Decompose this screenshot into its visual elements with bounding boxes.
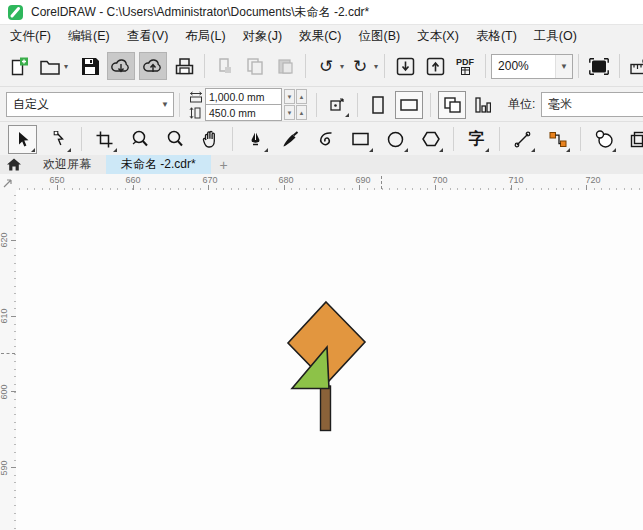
ruler-origin-corner[interactable] bbox=[0, 174, 16, 191]
zoom-out-tool[interactable] bbox=[161, 126, 188, 153]
pick-tool[interactable] bbox=[8, 125, 37, 154]
window-title: CorelDRAW - C:\Users\Administrator\Docum… bbox=[31, 4, 369, 21]
paintbrush-icon bbox=[282, 131, 299, 148]
apply-current-page-button[interactable] bbox=[470, 92, 496, 118]
open-button[interactable] bbox=[37, 53, 63, 79]
home-button[interactable] bbox=[0, 155, 28, 174]
shape-tool[interactable] bbox=[45, 126, 72, 153]
horizontal-ruler[interactable]: 650 660 670 680 690 700 710 720 bbox=[16, 174, 643, 191]
crop-tool[interactable] bbox=[91, 126, 118, 153]
pan-tool[interactable] bbox=[196, 126, 223, 153]
property-bar: 自定义 ▼ 1,000.0 mm ▼▲ 450.0 mm ▼▲ bbox=[0, 86, 643, 122]
undo-button[interactable]: ↺ bbox=[313, 53, 339, 79]
new-document-button[interactable] bbox=[7, 53, 33, 79]
hruler-label: 690 bbox=[355, 175, 370, 185]
tab-document[interactable]: 未命名 -2.cdr* bbox=[106, 155, 211, 174]
drawing-canvas[interactable] bbox=[16, 190, 643, 530]
nudge-offset-icon bbox=[329, 97, 345, 113]
menu-edit[interactable]: 编辑(E) bbox=[68, 28, 110, 45]
hruler-label: 650 bbox=[49, 175, 64, 185]
full-screen-preview-button[interactable] bbox=[586, 53, 612, 79]
tab-welcome-screen[interactable]: 欢迎屏幕 bbox=[28, 155, 106, 174]
artistic-media-tool[interactable] bbox=[277, 126, 304, 153]
toolbar-separator bbox=[578, 54, 579, 78]
toolbox-separator bbox=[453, 127, 454, 151]
export-button[interactable] bbox=[422, 53, 448, 79]
zoom-level-combobox[interactable]: 200% ▼ bbox=[491, 54, 573, 79]
new-tab-button[interactable]: + bbox=[211, 155, 237, 174]
zoom-level-value: 200% bbox=[498, 59, 529, 73]
undo-icon: ↺ bbox=[319, 58, 333, 75]
save-button[interactable] bbox=[77, 53, 103, 79]
toolbar-separator bbox=[204, 54, 205, 78]
rectangle-tool[interactable] bbox=[347, 126, 374, 153]
pen-nib-icon bbox=[249, 131, 262, 148]
cloud-upload-button[interactable] bbox=[139, 52, 167, 80]
export-icon bbox=[426, 57, 445, 76]
page-width-spinner[interactable]: ▼▲ bbox=[284, 89, 307, 104]
connector-icon bbox=[549, 131, 567, 148]
menu-bitmaps[interactable]: 位图(B) bbox=[359, 28, 401, 45]
units-label: 单位: bbox=[508, 96, 535, 113]
units-combobox[interactable]: 毫米 ▼ bbox=[541, 92, 643, 117]
menu-bar: 文件(F) 编辑(E) 查看(V) 布局(L) 对象(J) 效果(C) 位图(B… bbox=[0, 24, 643, 47]
welcome-tab-label: 欢迎屏幕 bbox=[43, 156, 91, 173]
menu-file[interactable]: 文件(F) bbox=[10, 28, 51, 45]
menu-text[interactable]: 文本(X) bbox=[417, 28, 459, 45]
propbar-separator bbox=[179, 93, 180, 117]
connector-tool[interactable] bbox=[544, 126, 571, 153]
page-width-field[interactable]: 1,000.0 mm bbox=[205, 88, 282, 105]
shadow-icon bbox=[630, 131, 643, 148]
hruler-label: 660 bbox=[125, 175, 140, 185]
menu-tools[interactable]: 工具(O) bbox=[534, 28, 577, 45]
dimension-tool[interactable] bbox=[509, 126, 536, 153]
copy-button bbox=[242, 53, 268, 79]
menu-effects[interactable]: 效果(C) bbox=[299, 28, 341, 45]
print-button[interactable] bbox=[171, 53, 197, 79]
rectangle-icon bbox=[352, 132, 369, 146]
preset-dropdown-caret[interactable]: ▼ bbox=[157, 93, 173, 116]
page-size-preset-value: 自定义 bbox=[13, 96, 49, 113]
nudge-offset-button[interactable] bbox=[324, 92, 350, 118]
cloud-upload-icon bbox=[143, 58, 163, 75]
contour-tool[interactable] bbox=[590, 126, 617, 153]
hand-icon bbox=[201, 130, 218, 148]
portrait-button[interactable] bbox=[365, 92, 391, 118]
polygon-tool[interactable] bbox=[417, 126, 444, 153]
tree-trunk[interactable] bbox=[321, 386, 331, 431]
smart-drawing-tool[interactable] bbox=[312, 126, 339, 153]
redo-button[interactable]: ↻ bbox=[347, 53, 373, 79]
show-rulers-button[interactable] bbox=[627, 53, 643, 79]
ellipse-tool[interactable] bbox=[382, 126, 409, 153]
menu-object[interactable]: 对象(J) bbox=[243, 28, 283, 45]
text-tool[interactable]: 字 bbox=[463, 126, 490, 153]
apply-all-pages-button[interactable] bbox=[438, 91, 466, 119]
cut-button bbox=[212, 53, 238, 79]
landscape-button[interactable] bbox=[395, 91, 423, 119]
open-dropdown-caret[interactable]: ▾ bbox=[64, 62, 68, 71]
menu-table[interactable]: 表格(T) bbox=[476, 28, 517, 45]
new-document-icon bbox=[11, 57, 29, 76]
zoom-dropdown-caret[interactable]: ▼ bbox=[555, 55, 572, 78]
zoom-tool[interactable] bbox=[126, 126, 153, 153]
vertical-ruler[interactable]: 620 610 600 590 bbox=[0, 190, 17, 530]
text-tool-icon: 字 bbox=[469, 131, 485, 147]
toolbox-separator bbox=[580, 127, 581, 151]
cut-icon bbox=[217, 58, 234, 75]
menu-layout[interactable]: 布局(L) bbox=[185, 28, 225, 45]
drop-shadow-tool[interactable] bbox=[625, 126, 643, 153]
propbar-separator bbox=[316, 93, 317, 117]
publish-to-pdf-button[interactable]: PDF bbox=[452, 53, 478, 79]
page-height-field[interactable]: 450.0 mm bbox=[205, 104, 282, 121]
pick-arrow-icon bbox=[15, 131, 31, 148]
page-size-preset-combobox[interactable]: 自定义 ▼ bbox=[6, 92, 174, 117]
menu-view[interactable]: 查看(V) bbox=[127, 28, 169, 45]
plus-icon: + bbox=[220, 157, 228, 173]
pen-tool[interactable] bbox=[242, 126, 269, 153]
cloud-download-button[interactable] bbox=[107, 52, 135, 80]
undo-dropdown-caret[interactable]: ▾ bbox=[340, 62, 344, 71]
import-button[interactable] bbox=[392, 53, 418, 79]
cloud-download-icon bbox=[111, 58, 131, 75]
redo-dropdown-caret[interactable]: ▾ bbox=[374, 62, 378, 71]
page-height-spinner[interactable]: ▼▲ bbox=[284, 105, 307, 120]
